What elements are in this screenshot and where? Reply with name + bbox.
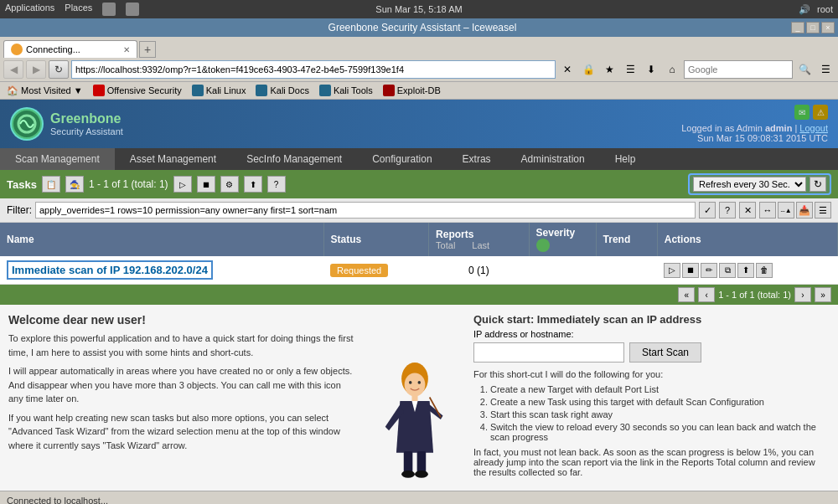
task-reports-count: 0 (1) (468, 265, 489, 276)
th-reports-total: Total (436, 240, 455, 250)
new-tab-button[interactable]: + (139, 41, 156, 58)
minimize-button[interactable]: _ (791, 22, 804, 33)
window-controls[interactable]: _ □ × (791, 22, 835, 33)
svg-point-11 (415, 471, 428, 478)
filter-clear-btn[interactable]: ✕ (739, 202, 756, 219)
bookmark-kali-linux[interactable]: Kali Linux (189, 84, 250, 97)
start-scan-button[interactable]: Start Scan (629, 342, 701, 363)
back-button[interactable]: ◀ (3, 60, 23, 79)
search-icon[interactable]: 🔍 (795, 60, 814, 79)
bookmarks-bar: 🏠 Most Visited ▼ Offensive Security Kali… (0, 82, 838, 100)
refresh-select[interactable]: Refresh every 30 Sec. No auto-refresh Re… (693, 177, 806, 192)
search-input[interactable] (684, 60, 793, 79)
nav-administration[interactable]: Administration (506, 148, 600, 170)
task-icon-3[interactable]: ▷ (173, 176, 192, 193)
gb-logo-sub: Security Assistant (50, 126, 123, 136)
filter-input[interactable] (35, 202, 696, 219)
ip-input[interactable] (473, 342, 624, 363)
pagination-info: 1 - 1 of 1 (total: 1) (718, 290, 791, 300)
task-icon-4[interactable]: ⏹ (197, 176, 215, 193)
page-next-btn[interactable]: › (794, 287, 811, 302)
page-last-btn[interactable]: » (815, 287, 831, 302)
nav-scan-management[interactable]: Scan Management (0, 148, 115, 170)
task-actions-cell: ▷ ⏹ ✏ ⧉ ⬆ 🗑 (657, 256, 837, 285)
page-prev-btn[interactable]: ‹ (698, 287, 715, 302)
bookmark-exploit-db[interactable]: Exploit-DB (380, 84, 444, 97)
task-status-cell: Requested (323, 256, 429, 285)
tab-close-button[interactable]: ✕ (123, 45, 130, 54)
th-severity: Severity (529, 223, 596, 256)
menu-icon[interactable]: ☰ (816, 60, 835, 79)
applications-menu[interactable]: Applications (5, 3, 54, 16)
filter-view-btn2[interactable]: --▲ (778, 202, 794, 219)
maximize-button[interactable]: □ (806, 22, 820, 33)
qs-note: In fact, you must not lean back. As soon… (473, 447, 821, 477)
clear-address-icon[interactable]: ✕ (558, 60, 577, 79)
bookmark-list-icon[interactable]: ☰ (621, 60, 639, 79)
th-trend: Trend (596, 223, 657, 256)
filter-options-btn[interactable]: ☰ (815, 202, 831, 219)
nav-asset-management[interactable]: Asset Management (115, 148, 231, 170)
action-export[interactable]: ⬆ (737, 263, 754, 278)
gb-logo: Greenbone Security Assistant (10, 107, 123, 141)
refresh-button[interactable]: ↻ (49, 60, 69, 79)
bookmark-offensive-security[interactable]: Offensive Security (90, 84, 185, 97)
offensive-security-label: Offensive Security (107, 85, 182, 95)
home-icon[interactable]: ⌂ (663, 60, 681, 79)
task-table-container: Name Status Reports Total Last Severity … (0, 223, 838, 285)
gb-admin-name: admin (765, 123, 792, 133)
close-button[interactable]: × (821, 22, 835, 33)
gb-icon-1: ✉ (794, 105, 810, 120)
nav-configuration[interactable]: Configuration (357, 148, 447, 170)
nav-extras[interactable]: Extras (447, 148, 506, 170)
svg-rect-9 (417, 451, 427, 473)
bookmark-most-visited[interactable]: 🏠 Most Visited ▼ (3, 85, 86, 97)
kali-docs-label: Kali Docs (270, 85, 308, 95)
forward-button[interactable]: ▶ (26, 60, 46, 79)
page-first-btn[interactable]: « (678, 287, 695, 302)
filter-view-btn1[interactable]: ↔ (759, 202, 776, 219)
gb-header-right: ✉ ⚠ Logged in as Admin admin | Logout Su… (681, 105, 828, 143)
welcome-title: Welcome dear new user! (8, 313, 356, 327)
address-bar[interactable] (71, 60, 556, 79)
gb-server-datetime: Sun Mar 15 09:08:31 2015 UTC (681, 133, 828, 143)
bookmark-star-icon[interactable]: ★ (600, 60, 618, 79)
quickstart-section: Quick start: Immediately scan an IP addr… (465, 313, 830, 482)
active-tab[interactable]: Connecting... ✕ (3, 40, 137, 58)
action-edit[interactable]: ✏ (701, 263, 717, 278)
ip-input-row: Start Scan (473, 342, 821, 363)
filter-apply-btn[interactable]: ✓ (699, 202, 716, 219)
os-bar: Applications Places Sun Mar 15, 5:18 AM … (0, 0, 838, 18)
refresh-now-btn[interactable]: ↻ (810, 177, 826, 192)
bookmark-kali-tools[interactable]: Kali Tools (316, 84, 376, 97)
action-start[interactable]: ▷ (664, 263, 680, 278)
action-stop[interactable]: ⏹ (682, 263, 699, 278)
bottom-area: Welcome dear new user! To explore this p… (0, 305, 838, 491)
th-reports: Reports Total Last (429, 223, 529, 256)
nav-bar: ◀ ▶ ↻ ✕ 🔒 ★ ☰ ⬇ ⌂ 🔍 ☰ (0, 58, 838, 82)
nav-secinfo-management[interactable]: SecInfo Management (231, 148, 357, 170)
gb-logged-in: Logged in as Admin admin | Logout (681, 123, 828, 133)
wizard-btn[interactable]: 🧙 (65, 176, 84, 193)
new-task-btn[interactable]: 📋 (42, 176, 60, 193)
download-icon[interactable]: ⬇ (642, 60, 660, 79)
action-delete[interactable]: 🗑 (756, 263, 773, 278)
filter-label: Filter: (7, 204, 32, 216)
task-icon-6[interactable]: ⬆ (244, 176, 262, 193)
task-icon-7[interactable]: ? (267, 176, 286, 193)
gb-logout-link[interactable]: Logout (799, 123, 828, 133)
tasks-label: Tasks (7, 178, 37, 191)
places-menu[interactable]: Places (65, 3, 92, 16)
tab-label: Connecting... (26, 44, 80, 54)
kali-tools-label: Kali Tools (334, 85, 373, 95)
task-name-link[interactable]: Immediate scan of IP 192.168.202.0/24 (7, 260, 213, 280)
bookmark-kali-docs[interactable]: Kali Docs (252, 84, 312, 97)
nav-help[interactable]: Help (600, 148, 651, 170)
filter-export-btn[interactable]: 📥 (796, 202, 813, 219)
action-clone[interactable]: ⧉ (719, 263, 736, 278)
task-icon-5[interactable]: ⚙ (220, 176, 239, 193)
filter-help-btn[interactable]: ? (719, 202, 736, 219)
svg-rect-6 (411, 396, 417, 402)
kali-docs-icon (256, 85, 267, 96)
welcome-para-3: If you want help creating new scan tasks… (8, 411, 356, 453)
